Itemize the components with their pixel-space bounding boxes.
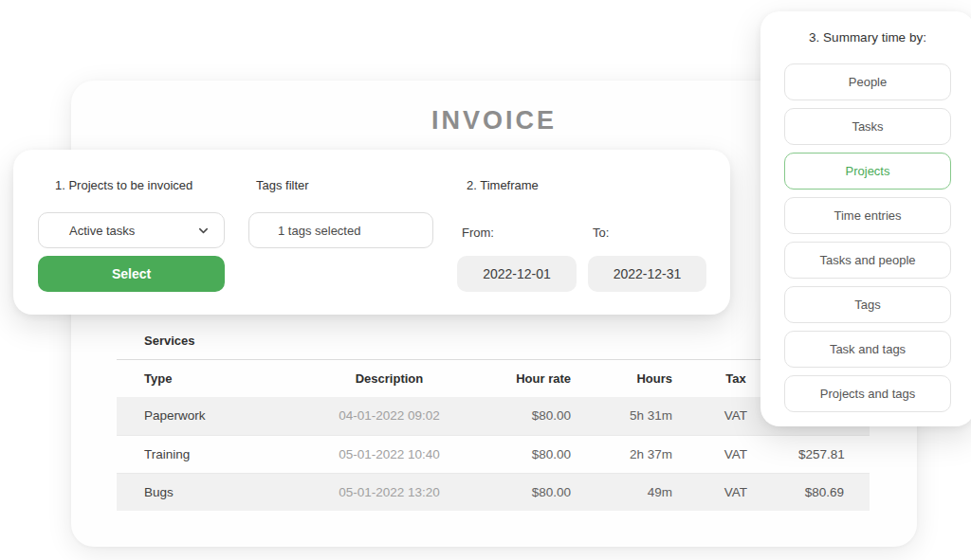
col-header-hour-rate: Hour rate bbox=[510, 360, 575, 397]
table-row: Paperwork 04-01-2022 09:02 $80.00 5h 31m… bbox=[117, 397, 870, 435]
cell-hour-rate: $80.00 bbox=[510, 473, 575, 511]
date-from-input[interactable]: 2022-12-01 bbox=[457, 256, 577, 292]
summary-button-people[interactable]: People bbox=[784, 63, 951, 100]
cell-hour-rate: $80.00 bbox=[510, 435, 575, 473]
filter-panel: 1. Projects to be invoiced Tags filter 2… bbox=[13, 150, 730, 315]
cell-amount: $257.81 bbox=[797, 435, 870, 473]
tags-filter-input[interactable]: 1 tags selected bbox=[248, 212, 433, 248]
cell-type: Bugs bbox=[117, 473, 268, 511]
summary-button-projects[interactable]: Projects bbox=[784, 153, 951, 190]
col-header-hours: Hours bbox=[575, 360, 674, 397]
summary-time-by-label: 3. Summary time by: bbox=[760, 11, 971, 45]
summary-button-list: People Tasks Projects Time entries Tasks… bbox=[784, 63, 951, 412]
cell-hours: 5h 31m bbox=[575, 397, 674, 435]
project-type-dropdown-value: Active tasks bbox=[69, 224, 135, 238]
col-header-description: Description bbox=[268, 360, 510, 397]
summary-button-time-entries[interactable]: Time entries bbox=[784, 197, 951, 234]
from-label: From: bbox=[462, 226, 494, 240]
select-button[interactable]: Select bbox=[38, 256, 225, 292]
timeframe-label: 2. Timeframe bbox=[467, 178, 539, 192]
cell-type: Paperwork bbox=[117, 397, 268, 435]
summary-button-task-and-tags[interactable]: Task and tags bbox=[784, 331, 951, 368]
tags-filter-label: Tags filter bbox=[256, 178, 309, 192]
services-table: Type Description Hour rate Hours Tax Pap… bbox=[117, 359, 870, 511]
cell-amount: $80.69 bbox=[797, 473, 870, 511]
services-section-label: Services bbox=[144, 334, 195, 348]
cell-tax: VAT bbox=[674, 435, 797, 473]
table-header-row: Type Description Hour rate Hours Tax bbox=[117, 360, 870, 397]
chevron-down-icon bbox=[196, 224, 211, 238]
table-row: Training 05-01-2022 10:40 $80.00 2h 37m … bbox=[117, 435, 870, 473]
col-header-type: Type bbox=[117, 360, 268, 397]
table-row: Bugs 05-01-2022 13:20 $80.00 49m VAT $80… bbox=[117, 473, 870, 511]
cell-tax: VAT bbox=[674, 473, 797, 511]
summary-panel: 3. Summary time by: People Tasks Project… bbox=[760, 11, 971, 426]
cell-description: 05-01-2022 10:40 bbox=[268, 435, 510, 473]
cell-description: 04-01-2022 09:02 bbox=[268, 397, 510, 435]
date-to-input[interactable]: 2022-12-31 bbox=[588, 256, 706, 292]
summary-button-tasks-and-people[interactable]: Tasks and people bbox=[784, 242, 951, 279]
projects-to-invoice-label: 1. Projects to be invoiced bbox=[55, 178, 192, 192]
cell-hour-rate: $80.00 bbox=[510, 397, 575, 435]
summary-button-tags[interactable]: Tags bbox=[784, 286, 951, 323]
summary-button-projects-and-tags[interactable]: Projects and tags bbox=[784, 375, 951, 412]
cell-description: 05-01-2022 13:20 bbox=[268, 473, 510, 511]
to-label: To: bbox=[593, 226, 609, 240]
cell-hours: 2h 37m bbox=[575, 435, 674, 473]
cell-type: Training bbox=[117, 435, 268, 473]
project-type-dropdown[interactable]: Active tasks bbox=[38, 212, 225, 248]
tags-filter-value: 1 tags selected bbox=[278, 224, 360, 238]
cell-hours: 49m bbox=[575, 473, 674, 511]
summary-button-tasks[interactable]: Tasks bbox=[784, 108, 951, 145]
